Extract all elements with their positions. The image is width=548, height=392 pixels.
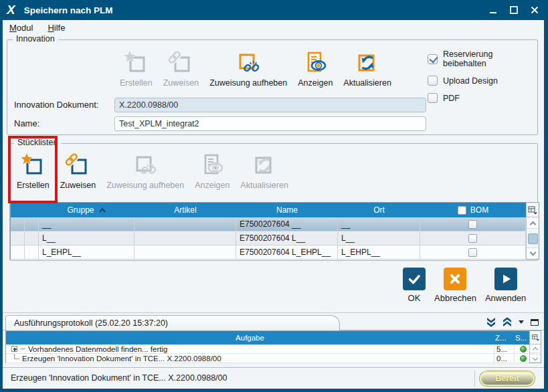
bom-zuweisung-aufheben-button[interactable]: Zuweisung aufheben (106, 152, 184, 190)
col-aufgabe[interactable]: Aufgabe (6, 331, 494, 345)
reservierung-checkbox[interactable] (428, 54, 438, 64)
table-row[interactable]: L_EHPL__ E7500207604 L_EHPL__ L_EHPL__ (11, 246, 526, 260)
table-row[interactable]: __ E7500207604 __ __ (11, 217, 526, 231)
col-s[interactable]: S... (514, 331, 529, 345)
window-title: Speichern nach PLM (24, 5, 113, 15)
scroll-up-icon[interactable] (530, 345, 541, 353)
protocol-table: Aufgabe Z... S... Vorhandenes Datenmodel… (5, 330, 541, 363)
innovation-erstellen-button[interactable]: Erstellen (120, 50, 153, 88)
protocol-table-settings-icon[interactable] (530, 331, 541, 345)
maximize-icon[interactable] (509, 5, 519, 15)
sort-asc-icon (98, 207, 106, 213)
option-upload-design: Upload Design (428, 76, 537, 86)
expand-icon[interactable] (11, 346, 17, 352)
parts-table-header: Gruppe Artikel Name Ort BOM (11, 203, 526, 217)
protocol-row[interactable]: Vorhandenes Datenmodell finden... fertig… (6, 345, 529, 354)
unassign-icon (235, 50, 262, 76)
protocol-scrollbar[interactable] (529, 331, 541, 363)
plm-dialog-window: X Speichern nach PLM Modul Hilfe Innovat… (0, 0, 548, 392)
dialog-actions: OK Abbrechen Anwenden (403, 268, 526, 303)
innovation-zuweisung-aufheben-button[interactable]: Zuweisung aufheben (209, 50, 287, 88)
protocol-panel: Ausführungsprotokoll (25.02.20 15:37:20)… (3, 312, 544, 367)
create-icon (19, 152, 46, 179)
protocol-row[interactable]: Erzeugen 'Innovation Dokument' in TCE...… (6, 354, 529, 363)
row-bom-checkbox[interactable] (468, 234, 477, 243)
status-ok-icon (520, 346, 527, 353)
innovation-dokument-field[interactable] (114, 98, 426, 112)
innovation-legend: Innovation (13, 34, 58, 43)
statusbar-divider (474, 371, 475, 387)
innovation-anzeigen-button[interactable]: Anzeigen (298, 50, 333, 88)
restore-window-icon[interactable] (531, 319, 539, 326)
ready-indicator[interactable]: Bereit (480, 371, 535, 386)
protocol-tab[interactable]: Ausführungsprotokoll (25.02.20 15:37:20) (5, 315, 340, 330)
tree-branch-icon (14, 354, 19, 359)
app-logo-icon: X (7, 3, 15, 17)
titlebar[interactable]: X Speichern nach PLM (0, 0, 548, 20)
table-row[interactable]: L__ E7500207604 L__ L__ (11, 231, 526, 246)
col-name[interactable]: Name (236, 203, 338, 217)
double-chevron-up-icon[interactable] (503, 317, 512, 327)
bom-select-all-checkbox[interactable] (458, 206, 466, 215)
col-gruppe[interactable]: Gruppe (39, 203, 134, 217)
col-bom[interactable]: BOM (420, 203, 526, 217)
pdf-checkbox[interactable] (428, 93, 438, 103)
table-scrollbar[interactable] (526, 203, 539, 259)
statusbar: Erzeugen 'Innovation Dokument' in TCE...… (3, 367, 544, 389)
cancel-button[interactable]: Abbrechen (434, 268, 476, 303)
status-message: Erzeugen 'Innovation Dokument' in TCE...… (11, 368, 227, 389)
col-rowhandle-2 (25, 203, 39, 217)
close-icon[interactable] (529, 5, 540, 15)
innovation-zuweisen-button[interactable]: Zuweisen (163, 50, 199, 88)
bom-erstellen-button[interactable]: Erstellen (17, 152, 50, 190)
parts-table: Gruppe Artikel Name Ort BOM __ E75002076… (10, 202, 539, 260)
menu-modul[interactable]: Modul (9, 23, 33, 33)
view-icon (302, 50, 329, 76)
table-settings-icon[interactable] (527, 203, 539, 217)
scroll-up-icon[interactable] (527, 217, 539, 229)
ok-button[interactable]: OK (403, 268, 426, 303)
scroll-down-icon[interactable] (530, 354, 541, 363)
col-artikel[interactable]: Artikel (134, 203, 236, 217)
name-field[interactable] (114, 116, 426, 131)
doc-field-label: Innovation Dokument: (14, 98, 98, 112)
scroll-down-icon[interactable] (527, 248, 539, 259)
status-ok-icon (520, 355, 527, 362)
bom-aktualisieren-button[interactable]: Aktualisieren (240, 152, 288, 190)
name-field-label: Name: (14, 116, 39, 131)
stuecklisten-legend: Stücklisten (14, 138, 61, 147)
innovation-group: Innovation Erstellen Zuweisen Zuweisung … (7, 39, 538, 135)
apply-button[interactable]: Anwenden (485, 268, 526, 303)
unassign-icon (132, 152, 159, 179)
bom-zuweisen-button[interactable]: Zuweisen (60, 152, 96, 190)
double-chevron-down-icon[interactable] (486, 317, 496, 327)
ok-check-icon (403, 268, 426, 290)
bom-anzeigen-button[interactable]: Anzeigen (195, 152, 230, 190)
innovation-aktualisieren-button[interactable]: Aktualisieren (343, 50, 391, 88)
minimize-icon[interactable] (488, 5, 498, 15)
dialog-body: Innovation Erstellen Zuweisen Zuweisung … (3, 35, 544, 389)
option-pdf: PDF (428, 93, 537, 103)
assign-icon (64, 152, 91, 179)
refresh-icon (354, 50, 381, 76)
scroll-thumb[interactable] (528, 233, 538, 244)
upload-design-checkbox[interactable] (428, 76, 438, 86)
apply-play-icon (494, 268, 517, 290)
menu-hilfe[interactable]: Hilfe (48, 23, 65, 33)
col-ort[interactable]: Ort (338, 203, 420, 217)
menubar: Modul Hilfe (3, 20, 544, 35)
view-icon (199, 152, 225, 179)
cancel-x-icon (444, 268, 466, 290)
refresh-icon (251, 152, 278, 179)
col-rowhandle-1 (11, 203, 25, 217)
dropdown-arrow-icon[interactable] (519, 320, 524, 324)
assign-icon (167, 50, 194, 76)
create-icon (122, 50, 149, 76)
row-bom-checkbox[interactable] (468, 220, 477, 229)
col-z[interactable]: Z... (494, 331, 514, 345)
row-bom-checkbox[interactable] (468, 248, 477, 257)
option-reservierung: Reservierung beibehalten (428, 50, 537, 68)
